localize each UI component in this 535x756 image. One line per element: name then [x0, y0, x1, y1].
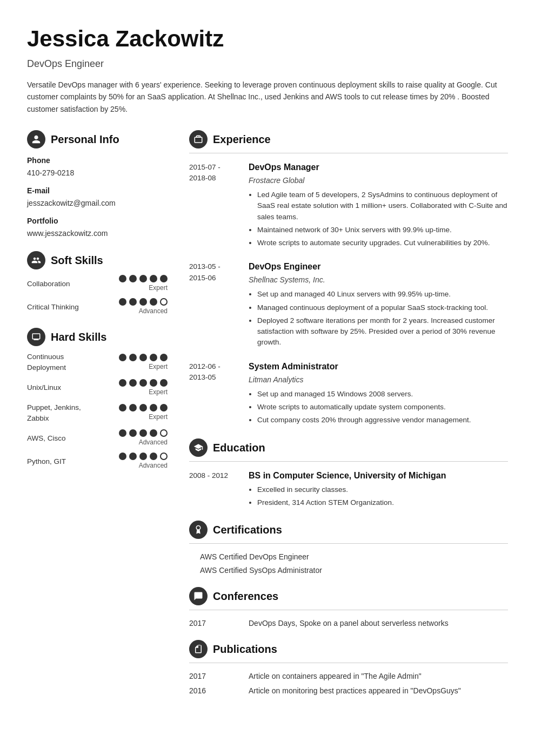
- conferences-icon: [189, 587, 208, 605]
- exp-date: 2012-06 - 2013-05: [189, 360, 238, 428]
- conference-entry: 2017 DevOps Days, Spoke on a panel about…: [189, 618, 508, 629]
- dot-filled: [150, 429, 157, 437]
- dot-filled: [139, 453, 147, 460]
- pub-desc: Article on monitoring best practices app…: [249, 685, 461, 697]
- skill-rating: Expert: [119, 379, 168, 397]
- skill-level: Expert: [149, 283, 168, 293]
- education-title: Education: [213, 440, 265, 456]
- certifications-heading: Certifications: [189, 521, 508, 539]
- hard-skills-title: Hard Skills: [51, 329, 106, 345]
- dot-filled: [129, 275, 137, 282]
- publications-heading: Publications: [189, 640, 508, 658]
- personal-info-heading: Personal Info: [27, 130, 168, 148]
- bullet-item: Wrote scripts to automatically update sy…: [257, 402, 508, 413]
- skill-name: Collaboration: [27, 279, 86, 289]
- soft-skills-heading: Soft Skills: [27, 251, 168, 269]
- exp-date: 2013-05 - 2015-06: [189, 260, 238, 350]
- edu-degree: BS in Computer Science, University of Mi…: [249, 469, 446, 482]
- dot-filled: [129, 379, 137, 387]
- dot-filled: [150, 275, 157, 282]
- skill-row: Puppet, Jenkins, Zabbix Expert: [27, 402, 168, 424]
- dot-filled: [160, 275, 168, 282]
- skill-name: Python, GIT: [27, 456, 86, 467]
- publications-divider: [189, 663, 508, 663]
- dot-filled: [129, 404, 137, 411]
- pub-desc: Article on containers appeared in "The A…: [249, 671, 422, 682]
- skill-row: Continuous Deployment Expert: [27, 352, 168, 374]
- dot-empty: [160, 429, 168, 437]
- dot-filled: [129, 354, 137, 361]
- experience-entry: 2012-06 - 2013-05 System Administrator L…: [189, 360, 508, 428]
- skill-name: Puppet, Jenkins, Zabbix: [27, 402, 86, 424]
- pub-year: 2017: [189, 671, 238, 682]
- soft-skills-icon: [27, 251, 45, 269]
- skill-name: Critical Thinking: [27, 302, 86, 313]
- conferences-section: Conferences 2017 DevOps Days, Spoke on a…: [189, 587, 508, 629]
- dot-filled: [139, 298, 147, 306]
- dot-filled: [119, 298, 126, 306]
- exp-job-title: DevOps Manager: [249, 161, 508, 174]
- right-column: Experience 2015-07 - 2018-08 DevOps Mana…: [189, 130, 508, 707]
- exp-job-title: DevOps Engineer: [249, 260, 508, 273]
- personal-info-title: Personal Info: [51, 131, 119, 147]
- conferences-title: Conferences: [213, 588, 278, 604]
- pub-year: 2016: [189, 685, 238, 697]
- dot-filled: [139, 275, 147, 282]
- publication-entry: 2016 Article on monitoring best practice…: [189, 685, 508, 697]
- skill-level: Expert: [149, 362, 168, 372]
- dot-filled: [160, 354, 168, 361]
- skill-rating: Expert: [119, 354, 168, 372]
- exp-content: System Administrator Litman Analytics Se…: [249, 360, 508, 428]
- skill-name: AWS, Cisco: [27, 433, 86, 444]
- dot-filled: [119, 453, 126, 460]
- exp-bullets: Set up and managed 15 Windows 2008 serve…: [249, 389, 508, 426]
- experience-section: Experience 2015-07 - 2018-08 DevOps Mana…: [189, 130, 508, 428]
- skill-row: Collaboration Expert: [27, 275, 168, 293]
- cert-item: AWS Certified DevOps Engineer: [200, 551, 508, 563]
- dot-filled: [119, 379, 126, 387]
- soft-skills-section: Soft Skills Collaboration Expert Critica…: [27, 251, 168, 316]
- exp-bullets: Led Agile team of 5 developers, 2 SysAdm…: [249, 190, 508, 248]
- dot-filled: [119, 429, 126, 437]
- main-layout: Personal Info Phone 410-279-0218 E-mail …: [27, 130, 508, 707]
- skill-name: Continuous Deployment: [27, 352, 86, 374]
- bullet-item: Wrote scripts to automate security upgra…: [257, 238, 508, 248]
- education-heading: Education: [189, 438, 508, 457]
- phone-label: Phone: [27, 155, 168, 166]
- dot-filled: [160, 404, 168, 411]
- bullet-item: Set up and managed 40 Linux servers with…: [257, 289, 508, 300]
- experience-heading: Experience: [189, 130, 508, 148]
- bullet-item: Excelled in security classes.: [257, 484, 446, 495]
- dot-filled: [150, 453, 157, 460]
- education-entry: 2008 - 2012 BS in Computer Science, Univ…: [189, 469, 508, 510]
- email-label: E-mail: [27, 185, 168, 197]
- dot-filled: [150, 379, 157, 387]
- certifications-icon: [189, 521, 208, 539]
- skill-name: Unix/Linux: [27, 382, 86, 393]
- dot-filled: [129, 453, 137, 460]
- dot-filled: [150, 298, 157, 306]
- certifications-divider: [189, 543, 508, 544]
- skill-level: Expert: [149, 387, 168, 397]
- experience-entry: 2013-05 - 2015-06 DevOps Engineer Shelln…: [189, 260, 508, 350]
- left-column: Personal Info Phone 410-279-0218 E-mail …: [27, 130, 168, 482]
- skill-level: Advanced: [139, 461, 168, 470]
- bullet-item: President, 314 Action STEM Organization.: [257, 497, 446, 508]
- exp-content: DevOps Manager Frostacre Global Led Agil…: [249, 161, 508, 251]
- dot-filled: [119, 404, 126, 411]
- dot-filled: [119, 275, 126, 282]
- skill-level: Advanced: [139, 306, 168, 316]
- edu-content: BS in Computer Science, University of Mi…: [249, 469, 446, 510]
- portfolio-value: www.jesszackowitz.com: [27, 228, 168, 239]
- person-icon: [27, 130, 45, 148]
- dot-filled: [150, 354, 157, 361]
- education-icon: [189, 438, 208, 457]
- candidate-summary: Versatile DevOps manager with 6 years' e…: [27, 79, 503, 115]
- email-value: jesszackowitz@gmail.com: [27, 198, 168, 209]
- certifications-section: Certifications AWS Certified DevOps Engi…: [189, 521, 508, 576]
- candidate-name: Jessica Zackowitz: [27, 22, 508, 56]
- dot-filled: [129, 429, 137, 437]
- dot-filled: [139, 379, 147, 387]
- skill-level: Expert: [149, 412, 168, 422]
- dot-filled: [150, 404, 157, 411]
